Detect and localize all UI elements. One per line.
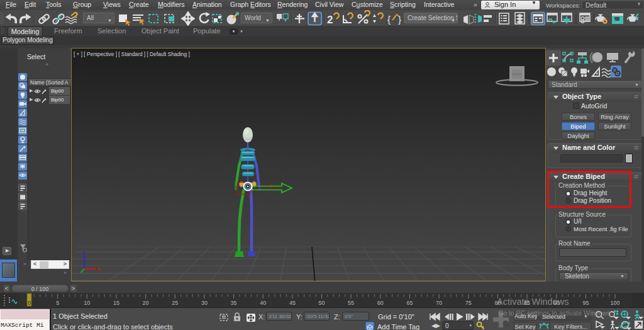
- svg-text:55: 55: [348, 300, 354, 306]
- svg-text:25: 25: [172, 300, 178, 306]
- svg-text:}: }: [398, 14, 401, 25]
- svg-text:Z: Z: [82, 251, 86, 256]
- svg-text:20: 20: [143, 300, 149, 306]
- svg-text:{: {: [387, 14, 391, 25]
- svg-text:45: 45: [289, 300, 296, 306]
- svg-text:5: 5: [56, 300, 59, 306]
- svg-text:0: 0: [28, 300, 31, 306]
- svg-text:[ + ] [ Perspective ] [ Standa: [ + ] [ Perspective ] [ Standard ] [ Def…: [74, 51, 190, 57]
- svg-text:40: 40: [260, 300, 266, 306]
- svg-text:75: 75: [465, 300, 472, 306]
- svg-text:15: 15: [113, 300, 119, 306]
- svg-text:70: 70: [436, 300, 442, 306]
- svg-text:30: 30: [201, 300, 208, 306]
- svg-text:2: 2: [327, 14, 333, 26]
- svg-text:35: 35: [231, 300, 237, 306]
- svg-text:60: 60: [377, 300, 384, 306]
- svg-text:50: 50: [318, 300, 325, 306]
- svg-text:65: 65: [406, 300, 413, 306]
- svg-text:10: 10: [84, 300, 90, 306]
- svg-text:FRONT: FRONT: [512, 73, 522, 76]
- svg-text:X: X: [97, 266, 101, 272]
- svg-text:X: X: [269, 183, 272, 188]
